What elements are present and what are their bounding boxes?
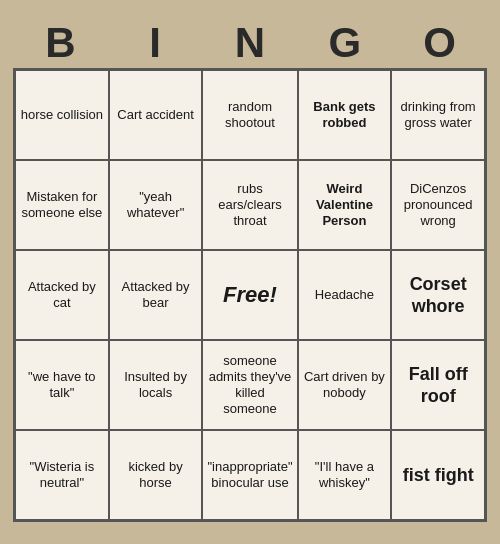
cell-1: Cart accident [109, 70, 203, 160]
cell-9: DiCenzos pronounced wrong [391, 160, 485, 250]
header-g: G [301, 22, 389, 64]
cell-12: Free! [202, 250, 297, 340]
cell-3: Bank gets robbed [298, 70, 392, 160]
bingo-grid: horse collisionCart accidentrandom shoot… [13, 68, 487, 522]
cell-14: Corset whore [391, 250, 485, 340]
cell-24: fist fight [391, 430, 485, 520]
cell-23: "I'll have a whiskey" [298, 430, 392, 520]
cell-2: random shootout [202, 70, 297, 160]
cell-6: "yeah whatever" [109, 160, 203, 250]
cell-0: horse collision [15, 70, 109, 160]
header-n: N [206, 22, 294, 64]
cell-7: rubs ears/clears throat [202, 160, 297, 250]
cell-18: Cart driven by nobody [298, 340, 392, 430]
cell-19: Fall off roof [391, 340, 485, 430]
cell-10: Attacked by cat [15, 250, 109, 340]
header-b: B [16, 22, 104, 64]
bingo-card: B I N G O horse collisionCart accidentra… [5, 14, 495, 530]
cell-15: "we have to talk" [15, 340, 109, 430]
cell-16: Insulted by locals [109, 340, 203, 430]
cell-22: "inappropriate" binocular use [202, 430, 297, 520]
header-i: I [111, 22, 199, 64]
cell-4: drinking from gross water [391, 70, 485, 160]
cell-17: someone admits they've killed someone [202, 340, 297, 430]
header-o: O [396, 22, 484, 64]
cell-20: "Wisteria is neutral" [15, 430, 109, 520]
bingo-header: B I N G O [13, 22, 487, 64]
cell-5: Mistaken for someone else [15, 160, 109, 250]
cell-11: Attacked by bear [109, 250, 203, 340]
cell-21: kicked by horse [109, 430, 203, 520]
cell-13: Headache [298, 250, 392, 340]
cell-8: Weird Valentine Person [298, 160, 392, 250]
